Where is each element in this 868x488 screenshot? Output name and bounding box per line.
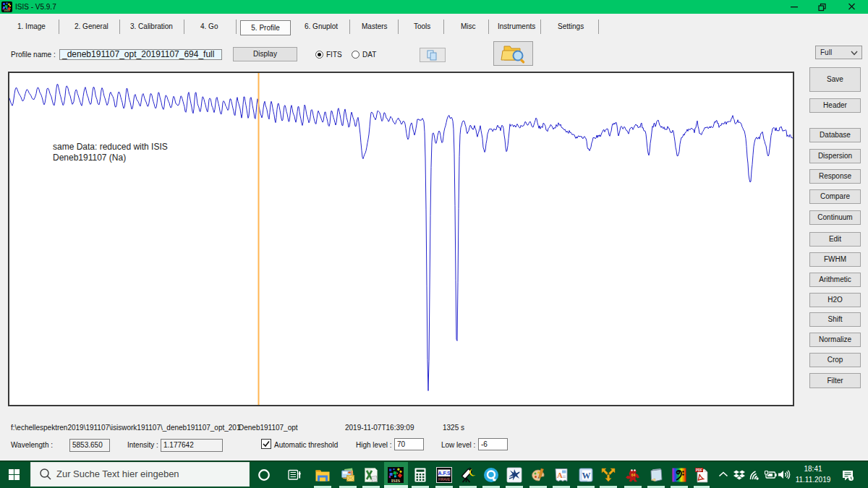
- svg-text:ISIS: ISIS: [4, 9, 9, 12]
- svg-text:ISIS: ISIS: [391, 478, 401, 483]
- svg-text:A.F.S: A.F.S: [438, 471, 450, 476]
- svg-text:64: 64: [631, 473, 635, 477]
- svg-text:A: A: [557, 471, 563, 479]
- svg-text:FIRAVE: FIRAVE: [438, 478, 450, 481]
- svg-text:W: W: [582, 471, 590, 481]
- svg-text:PDF: PDF: [696, 468, 702, 472]
